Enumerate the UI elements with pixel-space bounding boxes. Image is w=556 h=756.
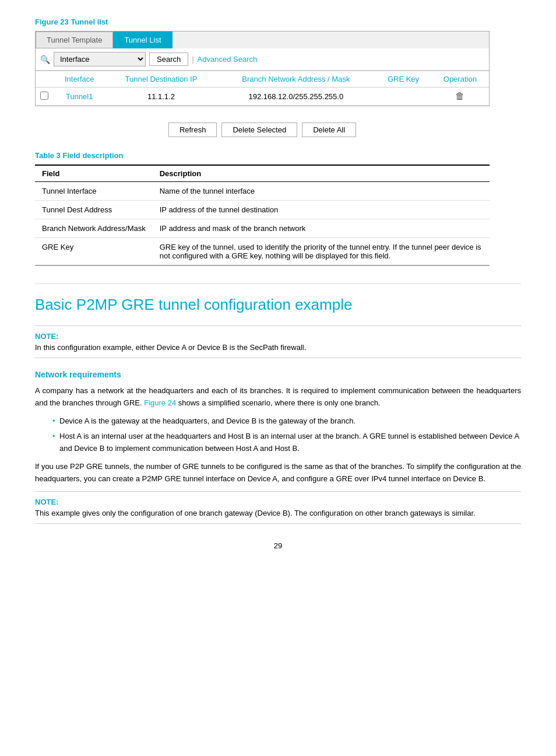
tab-tunnel-list[interactable]: Tunnel List: [113, 32, 172, 48]
search-button[interactable]: Search: [149, 52, 188, 66]
field-name-tunnel-interface: Tunnel Interface: [35, 182, 153, 201]
field-table-caption: Table 3 Field description: [35, 151, 521, 160]
row-branch-network: 192.168.12.0/255.255.255.0: [216, 88, 375, 106]
separator: |: [192, 55, 193, 64]
refresh-button[interactable]: Refresh: [168, 123, 217, 137]
col-interface: Interface: [53, 71, 105, 88]
field-col-field: Field: [35, 165, 153, 182]
field-name-branch-network: Branch Network Address/Mask: [35, 219, 153, 238]
bullet-item-2: Host A is an internal user at the headqu…: [52, 430, 521, 455]
row-gre-key: [375, 88, 431, 106]
field-table-header-row: Field Description: [35, 165, 490, 182]
note2-text: This example gives only the configuratio…: [35, 509, 521, 517]
body-paragraph-1: A company has a network at the headquart…: [35, 385, 521, 410]
body-paragraph-2: If you use P2P GRE tunnels, the number o…: [35, 461, 521, 485]
field-row-tunnel-dest: Tunnel Dest Address IP address of the tu…: [35, 201, 490, 219]
note1-text: In this configuration example, either De…: [35, 343, 521, 352]
col-dest-ip: Tunnel Destination IP: [105, 71, 216, 88]
note1-box: NOTE: In this configuration example, eit…: [35, 326, 521, 358]
note1-label: NOTE:: [35, 332, 521, 341]
row-operation[interactable]: 🗑: [431, 88, 489, 106]
subsection-heading: Network requirements: [35, 370, 521, 379]
search-dropdown[interactable]: Interface Tunnel Destination IP GRE Key: [54, 52, 146, 66]
delete-all-button[interactable]: Delete All: [302, 123, 356, 137]
row-checkbox-cell[interactable]: [36, 88, 53, 106]
delete-row-icon[interactable]: 🗑: [455, 91, 464, 101]
field-desc-tunnel-interface: Name of the tunnel interface: [153, 182, 490, 201]
row-checkbox[interactable]: [40, 92, 48, 100]
table-row: Tunnel1 11.1.1.2 192.168.12.0/255.255.25…: [36, 88, 489, 106]
search-bar: 🔍 Interface Tunnel Destination IP GRE Ke…: [36, 48, 489, 71]
section-heading: Basic P2MP GRE tunnel configuration exam…: [35, 284, 521, 314]
field-row-gre-key: GRE Key GRE key of the tunnel, used to i…: [35, 238, 490, 266]
col-operation: Operation: [431, 71, 489, 88]
search-icon: 🔍: [40, 55, 50, 64]
note2-label: NOTE:: [35, 498, 521, 506]
action-buttons: Refresh Delete Selected Delete All: [35, 116, 490, 146]
figure24-link[interactable]: Figure 24: [144, 398, 176, 407]
field-desc-branch-network: IP address and mask of the branch networ…: [153, 219, 490, 238]
bullet-list: Device A is the gateway at the headquart…: [52, 415, 521, 455]
field-table: Field Description Tunnel Interface Name …: [35, 164, 490, 266]
col-gre-key: GRE Key: [375, 71, 431, 88]
field-desc-tunnel-dest: IP address of the tunnel destination: [153, 201, 490, 219]
field-name-tunnel-dest: Tunnel Dest Address: [35, 201, 153, 219]
delete-selected-button[interactable]: Delete Selected: [221, 123, 297, 137]
row-dest-ip: 11.1.1.2: [105, 88, 216, 106]
note2-box: NOTE: This example gives only the config…: [35, 491, 521, 524]
advanced-search-link[interactable]: Advanced Search: [198, 55, 258, 64]
col-checkbox: [36, 71, 53, 88]
tunnel-widget: Tunnel Template Tunnel List 🔍 Interface …: [35, 31, 490, 106]
row-interface: Tunnel1: [53, 88, 105, 106]
tab-tunnel-template[interactable]: Tunnel Template: [36, 32, 113, 48]
field-row-tunnel-interface: Tunnel Interface Name of the tunnel inte…: [35, 182, 490, 201]
bullet-item-1: Device A is the gateway at the headquart…: [52, 415, 521, 428]
field-desc-gre-key: GRE key of the tunnel, used to identify …: [153, 238, 490, 266]
tunnel-table: Interface Tunnel Destination IP Branch N…: [36, 71, 489, 106]
field-name-gre-key: GRE Key: [35, 238, 153, 266]
table-header-row: Interface Tunnel Destination IP Branch N…: [36, 71, 489, 88]
col-branch-network: Branch Network Address / Mask: [216, 71, 375, 88]
figure-caption: Figure 23 Tunnel list: [35, 18, 521, 26]
field-col-description: Description: [153, 165, 490, 182]
field-row-branch-network: Branch Network Address/Mask IP address a…: [35, 219, 490, 238]
tab-bar: Tunnel Template Tunnel List: [36, 32, 489, 48]
page-number: 29: [35, 541, 521, 550]
